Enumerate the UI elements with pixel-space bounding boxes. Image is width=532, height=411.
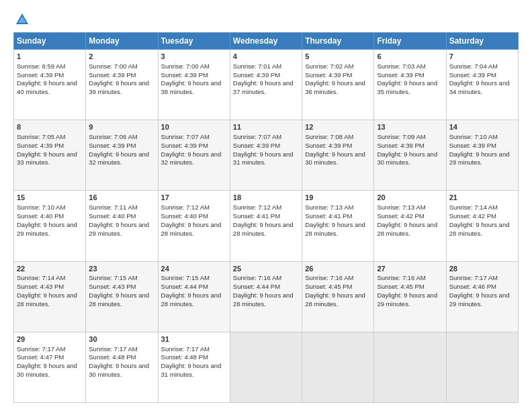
sunset: Sunset: 4:39 PM bbox=[17, 142, 64, 149]
calendar-week-3: 15Sunrise: 7:10 AMSunset: 4:40 PMDayligh… bbox=[14, 191, 519, 261]
day-number: 3 bbox=[161, 52, 227, 62]
day-number: 15 bbox=[17, 193, 83, 203]
calendar-cell: 10Sunrise: 7:07 AMSunset: 4:39 PMDayligh… bbox=[158, 120, 230, 191]
sunrise: Sunrise: 7:17 AM bbox=[17, 345, 65, 353]
sunset: Sunset: 4:39 PM bbox=[89, 142, 136, 149]
calendar-cell: 1Sunrise: 6:59 AMSunset: 4:39 PMDaylight… bbox=[14, 50, 86, 120]
calendar-cell: 16Sunrise: 7:11 AMSunset: 4:40 PMDayligh… bbox=[86, 191, 158, 261]
calendar-header-monday: Monday bbox=[86, 33, 158, 50]
sunrise: Sunrise: 7:12 AM bbox=[233, 203, 281, 211]
sunrise: Sunrise: 7:00 AM bbox=[161, 62, 210, 70]
sunset: Sunset: 4:43 PM bbox=[89, 283, 136, 290]
sunrise: Sunrise: 7:15 AM bbox=[89, 274, 137, 281]
daylight: Daylight: 9 hours and 37 minutes. bbox=[233, 79, 294, 95]
day-number: 6 bbox=[377, 52, 443, 62]
day-number: 4 bbox=[233, 52, 299, 62]
day-number: 7 bbox=[449, 52, 515, 62]
sunset: Sunset: 4:40 PM bbox=[17, 212, 64, 220]
sunrise: Sunrise: 7:03 AM bbox=[377, 62, 425, 70]
day-number: 18 bbox=[233, 193, 299, 203]
day-number: 20 bbox=[377, 193, 443, 203]
day-number: 22 bbox=[17, 264, 83, 274]
sunrise: Sunrise: 7:04 AM bbox=[449, 62, 498, 70]
sunset: Sunset: 4:41 PM bbox=[233, 212, 280, 220]
sunset: Sunset: 4:39 PM bbox=[449, 142, 496, 149]
daylight: Daylight: 9 hours and 28 minutes. bbox=[233, 221, 294, 237]
calendar-cell: 7Sunrise: 7:04 AMSunset: 4:39 PMDaylight… bbox=[446, 50, 518, 120]
day-number: 30 bbox=[89, 334, 154, 345]
sunrise: Sunrise: 7:17 AM bbox=[89, 345, 137, 353]
calendar-cell: 28Sunrise: 7:17 AMSunset: 4:46 PMDayligh… bbox=[446, 261, 518, 332]
calendar-week-5: 29Sunrise: 7:17 AMSunset: 4:47 PMDayligh… bbox=[14, 332, 519, 402]
daylight: Daylight: 9 hours and 28 minutes. bbox=[305, 291, 365, 308]
sunset: Sunset: 4:39 PM bbox=[377, 142, 424, 149]
calendar-cell: 20Sunrise: 7:13 AMSunset: 4:42 PMDayligh… bbox=[374, 191, 446, 261]
daylight: Daylight: 9 hours and 28 minutes. bbox=[17, 291, 77, 308]
daylight: Daylight: 9 hours and 28 minutes. bbox=[161, 291, 222, 308]
daylight: Daylight: 9 hours and 34 minutes. bbox=[449, 79, 510, 95]
day-number: 31 bbox=[161, 334, 227, 345]
sunrise: Sunrise: 7:13 AM bbox=[305, 203, 353, 211]
sunrise: Sunrise: 7:00 AM bbox=[89, 62, 137, 70]
sunset: Sunset: 4:40 PM bbox=[89, 212, 136, 220]
sunset: Sunset: 4:39 PM bbox=[305, 142, 352, 149]
daylight: Daylight: 9 hours and 32 minutes. bbox=[89, 150, 149, 167]
calendar-cell: 30Sunrise: 7:17 AMSunset: 4:48 PMDayligh… bbox=[86, 332, 158, 402]
sunset: Sunset: 4:42 PM bbox=[377, 212, 424, 220]
sunrise: Sunrise: 7:05 AM bbox=[17, 133, 65, 140]
day-number: 11 bbox=[233, 122, 299, 132]
sunset: Sunset: 4:42 PM bbox=[449, 212, 496, 220]
calendar-cell: 5Sunrise: 7:02 AMSunset: 4:39 PMDaylight… bbox=[302, 50, 374, 120]
daylight: Daylight: 9 hours and 29 minutes. bbox=[449, 150, 510, 167]
calendar-header-row: SundayMondayTuesdayWednesdayThursdayFrid… bbox=[14, 33, 519, 50]
day-number: 16 bbox=[89, 193, 154, 203]
calendar-table: SundayMondayTuesdayWednesdayThursdayFrid… bbox=[13, 32, 519, 403]
calendar-week-1: 1Sunrise: 6:59 AMSunset: 4:39 PMDaylight… bbox=[14, 50, 519, 120]
daylight: Daylight: 9 hours and 35 minutes. bbox=[377, 79, 437, 95]
calendar-header-friday: Friday bbox=[374, 33, 446, 50]
sunset: Sunset: 4:47 PM bbox=[17, 353, 64, 361]
sunrise: Sunrise: 7:10 AM bbox=[449, 133, 498, 140]
sunrise: Sunrise: 7:16 AM bbox=[377, 274, 425, 281]
daylight: Daylight: 9 hours and 30 minutes. bbox=[17, 362, 77, 378]
calendar-cell bbox=[230, 332, 302, 402]
sunset: Sunset: 4:39 PM bbox=[161, 71, 208, 79]
calendar-header-sunday: Sunday bbox=[14, 33, 86, 50]
calendar-cell: 29Sunrise: 7:17 AMSunset: 4:47 PMDayligh… bbox=[14, 332, 86, 402]
day-number: 8 bbox=[17, 122, 83, 132]
calendar-cell: 24Sunrise: 7:15 AMSunset: 4:44 PMDayligh… bbox=[158, 261, 230, 332]
day-number: 13 bbox=[377, 122, 443, 132]
calendar-cell bbox=[302, 332, 374, 402]
page: SundayMondayTuesdayWednesdayThursdayFrid… bbox=[0, 0, 532, 411]
daylight: Daylight: 9 hours and 32 minutes. bbox=[161, 150, 222, 167]
sunset: Sunset: 4:44 PM bbox=[161, 283, 208, 290]
day-number: 12 bbox=[305, 122, 371, 132]
day-number: 27 bbox=[377, 264, 443, 274]
daylight: Daylight: 9 hours and 30 minutes. bbox=[89, 362, 149, 378]
calendar-cell: 19Sunrise: 7:13 AMSunset: 4:41 PMDayligh… bbox=[302, 191, 374, 261]
sunrise: Sunrise: 7:12 AM bbox=[161, 203, 210, 211]
sunset: Sunset: 4:48 PM bbox=[161, 353, 208, 361]
sunset: Sunset: 4:39 PM bbox=[233, 71, 280, 79]
day-number: 9 bbox=[89, 122, 154, 132]
day-number: 2 bbox=[89, 52, 154, 62]
sunset: Sunset: 4:43 PM bbox=[17, 283, 64, 290]
calendar-cell: 11Sunrise: 7:07 AMSunset: 4:39 PMDayligh… bbox=[230, 120, 302, 191]
sunset: Sunset: 4:39 PM bbox=[89, 71, 136, 79]
sunset: Sunset: 4:40 PM bbox=[161, 212, 208, 220]
calendar-cell: 8Sunrise: 7:05 AMSunset: 4:39 PMDaylight… bbox=[14, 120, 86, 191]
sunrise: Sunrise: 7:14 AM bbox=[449, 203, 498, 211]
sunrise: Sunrise: 7:02 AM bbox=[305, 62, 353, 70]
daylight: Daylight: 9 hours and 28 minutes. bbox=[377, 221, 437, 237]
logo-icon bbox=[15, 12, 30, 27]
sunset: Sunset: 4:39 PM bbox=[305, 71, 352, 79]
calendar-cell: 15Sunrise: 7:10 AMSunset: 4:40 PMDayligh… bbox=[14, 191, 86, 261]
sunrise: Sunrise: 7:09 AM bbox=[377, 133, 425, 140]
daylight: Daylight: 9 hours and 30 minutes. bbox=[305, 150, 365, 167]
sunset: Sunset: 4:39 PM bbox=[233, 142, 280, 149]
daylight: Daylight: 9 hours and 33 minutes. bbox=[17, 150, 77, 167]
sunrise: Sunrise: 7:13 AM bbox=[377, 203, 425, 211]
sunset: Sunset: 4:46 PM bbox=[449, 283, 496, 290]
day-number: 17 bbox=[161, 193, 227, 203]
sunset: Sunset: 4:39 PM bbox=[449, 71, 496, 79]
